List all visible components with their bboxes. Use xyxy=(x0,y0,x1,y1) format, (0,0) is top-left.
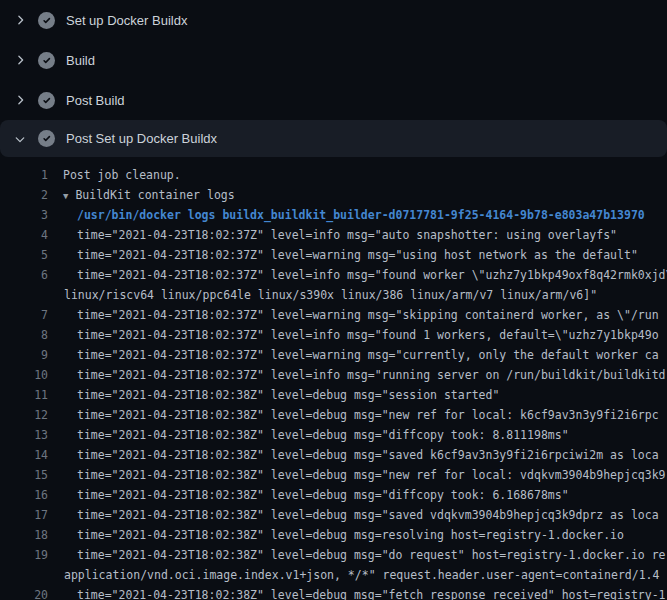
log-text: time="2021-04-23T18:02:37Z" level=info m… xyxy=(77,265,667,285)
log-text: time="2021-04-23T18:02:38Z" level=debug … xyxy=(77,425,569,445)
line-number[interactable]: 15 xyxy=(0,465,48,485)
log-text: BuildKit container logs xyxy=(75,188,234,202)
log-text: time="2021-04-23T18:02:37Z" level=info m… xyxy=(77,365,666,385)
chevron-right-icon[interactable] xyxy=(12,52,28,68)
log-line: linux/riscv64 linux/ppc64le linux/s390x … xyxy=(0,285,667,305)
log-line: 4time="2021-04-23T18:02:37Z" level=info … xyxy=(0,225,667,245)
log-text: time="2021-04-23T18:02:37Z" level=warnin… xyxy=(77,345,659,365)
log-text: time="2021-04-23T18:02:38Z" level=debug … xyxy=(77,485,569,505)
check-circle-icon xyxy=(38,92,55,109)
step-row[interactable]: Post Set up Docker Buildx xyxy=(0,120,667,157)
log-text: time="2021-04-23T18:02:38Z" level=debug … xyxy=(77,385,499,405)
line-number[interactable]: 5 xyxy=(0,245,48,265)
line-number[interactable]: 13 xyxy=(0,425,48,445)
line-number[interactable]: 19 xyxy=(0,545,48,565)
line-number[interactable]: 1 xyxy=(0,165,48,185)
step-title: Set up Docker Buildx xyxy=(66,13,187,28)
log-text: time="2021-04-23T18:02:37Z" level=warnin… xyxy=(77,305,659,325)
log-text: time="2021-04-23T18:02:38Z" level=debug … xyxy=(77,505,659,525)
check-circle-icon xyxy=(38,12,55,29)
line-number[interactable]: 14 xyxy=(0,445,48,465)
log-line: 19time="2021-04-23T18:02:38Z" level=debu… xyxy=(0,545,667,565)
log-line: 15time="2021-04-23T18:02:38Z" level=debu… xyxy=(0,465,667,485)
log-line: 17time="2021-04-23T18:02:38Z" level=debu… xyxy=(0,505,667,525)
log-line: 10time="2021-04-23T18:02:37Z" level=info… xyxy=(0,365,667,385)
log-line: 18time="2021-04-23T18:02:38Z" level=debu… xyxy=(0,525,667,545)
log-line: 7time="2021-04-23T18:02:37Z" level=warni… xyxy=(0,305,667,325)
log-text: time="2021-04-23T18:02:38Z" level=debug … xyxy=(77,465,666,485)
log-line: 5time="2021-04-23T18:02:37Z" level=warni… xyxy=(0,245,667,265)
step-title: Post Build xyxy=(66,93,125,108)
log-line: 16time="2021-04-23T18:02:38Z" level=debu… xyxy=(0,485,667,505)
log-text: time="2021-04-23T18:02:37Z" level=info m… xyxy=(77,325,659,345)
log-text: application/vnd.oci.image.index.v1+json,… xyxy=(64,565,659,585)
line-number[interactable]: 4 xyxy=(0,225,48,245)
step-row[interactable]: Post Build xyxy=(0,80,667,120)
log-line: application/vnd.oci.image.index.v1+json,… xyxy=(0,565,667,585)
log-group-header: ▼BuildKit container logs xyxy=(63,185,235,205)
log-text: time="2021-04-23T18:02:38Z" level=debug … xyxy=(77,445,659,465)
log-text: time="2021-04-23T18:02:38Z" level=debug … xyxy=(77,405,659,425)
log-line: 3/usr/bin/docker logs buildx_buildkit_bu… xyxy=(0,205,667,225)
command-text[interactable]: /usr/bin/docker logs buildx_buildkit_bui… xyxy=(77,205,645,225)
line-number[interactable] xyxy=(0,285,48,305)
log-line: 6time="2021-04-23T18:02:37Z" level=info … xyxy=(0,265,667,285)
log-line: 9time="2021-04-23T18:02:37Z" level=warni… xyxy=(0,345,667,365)
chevron-right-icon[interactable] xyxy=(12,92,28,108)
log-text: time="2021-04-23T18:02:38Z" level=debug … xyxy=(77,585,666,600)
log-text: Post job cleanup. xyxy=(63,165,181,185)
log-line: 13time="2021-04-23T18:02:38Z" level=debu… xyxy=(0,425,667,445)
step-row[interactable]: Build xyxy=(0,40,667,80)
log-line: 2▼BuildKit container logs xyxy=(0,185,667,205)
line-number[interactable] xyxy=(0,565,48,585)
line-number[interactable]: 17 xyxy=(0,505,48,525)
line-number[interactable]: 8 xyxy=(0,325,48,345)
step-row[interactable]: Set up Docker Buildx xyxy=(0,0,667,40)
log-text: linux/riscv64 linux/ppc64le linux/s390x … xyxy=(64,285,597,305)
group-collapse-triangle-icon[interactable]: ▼ xyxy=(63,191,68,201)
log-panel: 1Post job cleanup.2▼BuildKit container l… xyxy=(0,157,667,600)
line-number[interactable]: 6 xyxy=(0,265,48,285)
check-circle-icon xyxy=(38,52,55,69)
line-number[interactable]: 20 xyxy=(0,585,48,600)
log-line: 20time="2021-04-23T18:02:38Z" level=debu… xyxy=(0,585,667,600)
step-title: Post Set up Docker Buildx xyxy=(66,131,217,146)
line-number[interactable]: 18 xyxy=(0,525,48,545)
log-line: 12time="2021-04-23T18:02:38Z" level=debu… xyxy=(0,405,667,425)
chevron-down-icon[interactable] xyxy=(12,131,28,147)
line-number[interactable]: 10 xyxy=(0,365,48,385)
log-line: 11time="2021-04-23T18:02:38Z" level=debu… xyxy=(0,385,667,405)
line-number[interactable]: 11 xyxy=(0,385,48,405)
log-text: time="2021-04-23T18:02:37Z" level=info m… xyxy=(77,225,617,245)
line-number[interactable]: 2 xyxy=(0,185,48,205)
check-circle-icon xyxy=(38,130,55,147)
steps-list: Set up Docker BuildxBuildPost BuildPost … xyxy=(0,0,667,157)
step-title: Build xyxy=(66,53,95,68)
line-number[interactable]: 12 xyxy=(0,405,48,425)
line-number[interactable]: 7 xyxy=(0,305,48,325)
log-line: 8time="2021-04-23T18:02:37Z" level=info … xyxy=(0,325,667,345)
line-number[interactable]: 9 xyxy=(0,345,48,365)
log-text: time="2021-04-23T18:02:38Z" level=debug … xyxy=(77,545,666,565)
log-line: 14time="2021-04-23T18:02:38Z" level=debu… xyxy=(0,445,667,465)
log-line: 1Post job cleanup. xyxy=(0,165,667,185)
log-text: time="2021-04-23T18:02:37Z" level=warnin… xyxy=(77,245,638,265)
line-number[interactable]: 16 xyxy=(0,485,48,505)
line-number[interactable]: 3 xyxy=(0,205,48,225)
chevron-right-icon[interactable] xyxy=(12,12,28,28)
log-text: time="2021-04-23T18:02:38Z" level=debug … xyxy=(77,525,624,545)
